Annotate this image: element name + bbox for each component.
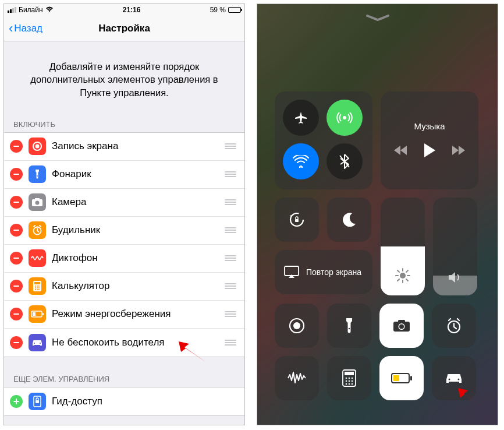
- screen-mirror-label: Повтор экрана: [306, 267, 361, 277]
- drag-handle-icon[interactable]: [225, 143, 236, 149]
- svg-point-55: [346, 383, 347, 385]
- screen-record-tile[interactable]: [275, 304, 319, 348]
- remove-button[interactable]: [10, 224, 23, 237]
- svg-point-41: [349, 328, 350, 330]
- screen-mirror-icon: [284, 266, 299, 279]
- driving-dnd-tile[interactable]: [432, 356, 476, 400]
- svg-point-61: [449, 379, 450, 380]
- dnd-toggle[interactable]: [327, 198, 371, 242]
- bluetooth-toggle[interactable]: [326, 143, 363, 179]
- battery-icon: [228, 7, 241, 13]
- camera-tile[interactable]: [379, 304, 424, 348]
- flashlight-icon: [29, 165, 46, 183]
- drag-handle-icon[interactable]: [225, 199, 236, 205]
- svg-point-2: [37, 175, 38, 177]
- drag-handle-icon[interactable]: [225, 340, 236, 346]
- wifi-icon: [45, 6, 54, 14]
- prev-track-button[interactable]: [394, 145, 408, 158]
- svg-point-9: [35, 286, 36, 287]
- alarm-icon: [29, 221, 46, 239]
- volume-slider[interactable]: [433, 198, 477, 295]
- include-list: Запись экрана Фонарик Камера: [4, 132, 244, 357]
- svg-rect-48: [345, 372, 354, 375]
- guided-access-icon: [29, 393, 46, 410]
- drag-handle-icon[interactable]: [225, 311, 236, 317]
- remove-button[interactable]: [10, 140, 23, 153]
- airplane-toggle[interactable]: [283, 100, 319, 136]
- svg-rect-19: [42, 313, 44, 315]
- music-tile[interactable]: Музыка: [381, 91, 478, 189]
- play-button[interactable]: [423, 143, 436, 160]
- drag-handle-icon[interactable]: [225, 227, 236, 233]
- svg-point-17: [38, 289, 40, 290]
- svg-point-53: [349, 380, 350, 382]
- low-power-tile[interactable]: [379, 356, 424, 400]
- back-button[interactable]: ‹ Назад: [9, 22, 42, 35]
- row-label: Диктофон: [52, 252, 219, 264]
- flashlight-tile[interactable]: [327, 304, 371, 348]
- svg-point-22: [40, 343, 41, 344]
- carrier-label: Билайн: [19, 6, 43, 14]
- row-driving-dnd[interactable]: Не беспокоить водителя: [4, 329, 244, 357]
- drag-handle-icon[interactable]: [225, 171, 236, 177]
- row-alarm[interactable]: Будильник: [4, 217, 244, 245]
- remove-button[interactable]: [10, 196, 23, 209]
- svg-point-13: [37, 287, 38, 288]
- drag-handle-icon[interactable]: [225, 283, 236, 289]
- remove-button[interactable]: [10, 252, 23, 265]
- row-label: Калькулятор: [52, 280, 219, 292]
- row-label: Гид-доступ: [52, 396, 236, 407]
- signal-icon: [8, 7, 16, 13]
- wifi-toggle[interactable]: [283, 143, 319, 179]
- drag-handle-icon[interactable]: [225, 255, 236, 261]
- svg-point-10: [37, 286, 38, 287]
- volume-icon: [448, 271, 463, 286]
- battery-pct-label: 59 %: [210, 6, 226, 14]
- brightness-slider[interactable]: [381, 198, 425, 295]
- row-guided-access[interactable]: Гид-доступ: [4, 387, 244, 415]
- next-track-button[interactable]: [451, 145, 465, 158]
- rotation-lock-toggle[interactable]: [275, 198, 319, 242]
- screen-mirroring-button[interactable]: Повтор экрана: [275, 250, 372, 294]
- back-label: Назад: [14, 23, 42, 34]
- svg-point-62: [458, 379, 460, 380]
- row-voice-memos[interactable]: Диктофон: [4, 245, 244, 273]
- cellular-toggle[interactable]: [326, 100, 363, 136]
- remove-button[interactable]: [10, 308, 23, 320]
- row-flashlight[interactable]: Фонарик: [4, 161, 244, 189]
- row-camera[interactable]: Камера: [4, 189, 244, 217]
- control-center-screen: Музыка: [257, 3, 498, 425]
- row-low-power[interactable]: Режим энергосбережения: [4, 301, 244, 329]
- add-button[interactable]: [10, 395, 23, 408]
- svg-line-37: [397, 279, 399, 281]
- svg-point-51: [352, 378, 353, 379]
- svg-point-40: [293, 322, 300, 329]
- svg-rect-59: [410, 376, 412, 380]
- status-time: 21:16: [123, 6, 141, 14]
- svg-line-38: [406, 270, 408, 272]
- svg-point-50: [349, 378, 350, 379]
- remove-button[interactable]: [10, 168, 23, 181]
- svg-point-1: [36, 144, 40, 149]
- row-screen-recording[interactable]: Запись экрана: [4, 133, 244, 161]
- calculator-tile[interactable]: [327, 356, 371, 400]
- svg-rect-29: [285, 266, 299, 276]
- row-calculator[interactable]: Калькулятор: [4, 273, 244, 301]
- camera-icon: [29, 193, 46, 211]
- svg-point-15: [35, 289, 36, 290]
- remove-button[interactable]: [10, 336, 23, 349]
- svg-point-44: [399, 325, 404, 329]
- svg-rect-5: [35, 198, 40, 200]
- svg-rect-8: [34, 282, 40, 284]
- grabber-icon[interactable]: [366, 13, 389, 24]
- row-label: Фонарик: [52, 168, 219, 180]
- voice-memo-tile[interactable]: [275, 356, 319, 400]
- remove-button[interactable]: [10, 280, 23, 292]
- svg-point-16: [37, 289, 38, 290]
- svg-point-57: [352, 383, 353, 385]
- alarm-tile[interactable]: [432, 304, 476, 348]
- svg-point-49: [346, 378, 347, 379]
- svg-point-4: [36, 201, 40, 205]
- svg-line-36: [406, 279, 408, 281]
- svg-point-56: [349, 383, 350, 385]
